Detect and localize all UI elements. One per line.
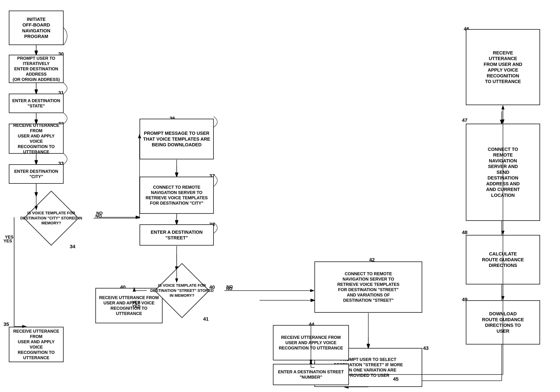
label-48: 48 (462, 230, 467, 235)
box-48: CALCULATE ROUTE GUIDANCE DIRECTIONS (466, 235, 540, 284)
box-46: RECEIVE UTTERANCE FROM USER AND APPLY VO… (466, 29, 540, 105)
diamond34-yes: YES (3, 239, 12, 243)
box-35: RECEIVE UTTERANCE FROM USER AND APPLY VO… (9, 327, 64, 362)
diamond41-no: NO (226, 286, 232, 291)
diamond41-yes: YES (132, 304, 141, 309)
box-31: ENTER A DESTINATION "STATE" (9, 94, 64, 113)
diamond-41: IS VOICE TEMPLATE FOR DESTINATION "STREE… (140, 263, 224, 318)
label-41: 41 (203, 316, 209, 322)
diamond34-no: NO (95, 214, 102, 219)
box-49: DOWNLOAD ROUTE GUIDANCE DIRECTIONS TO US… (466, 300, 540, 344)
box-45: ENTER A DESTINATION STREET "NUMBER" (273, 364, 349, 385)
label-34: 34 (70, 244, 75, 250)
box-38: ENTER A DESTINATION "STREET" (140, 224, 214, 246)
box-42: CONNECT TO REMOTE NAVIGATION SERVER TO R… (314, 261, 422, 313)
box-32: RECEIVE UTTERANCE FROM USER AND APPLY VO… (9, 124, 64, 154)
box-47: CONNECT TO REMOTE NAVIGATION SERVER AND … (466, 124, 540, 221)
box-37: CONNECT TO REMOTE NAVIGATION SERVER TO R… (140, 177, 214, 214)
box-30: PROMPT USER TO ITERATIVELY ENTER DESTINA… (9, 55, 64, 83)
box-44: RECEIVE UTTERANCE FROM USER AND APPLY VO… (273, 325, 349, 360)
label-43: 43 (423, 345, 429, 351)
diamond-34: IS VOICE TEMPLATE FOR DESTINATION "CITY"… (9, 191, 94, 246)
box-36: PROMPT MESSAGE TO USER THAT VOICE TEMPLA… (140, 119, 214, 159)
box-initiate: INITIATE OFF-BOARD NAVIGATION PROGRAM (9, 10, 64, 45)
label-45: 45 (393, 376, 399, 382)
label-47: 47 (462, 118, 467, 123)
label-35: 35 (3, 322, 9, 327)
box-33: ENTER DESTINATION "CITY" (9, 164, 64, 184)
flowchart: INITIATE OFF-BOARD NAVIGATION PROGRAM 30… (0, 0, 560, 392)
